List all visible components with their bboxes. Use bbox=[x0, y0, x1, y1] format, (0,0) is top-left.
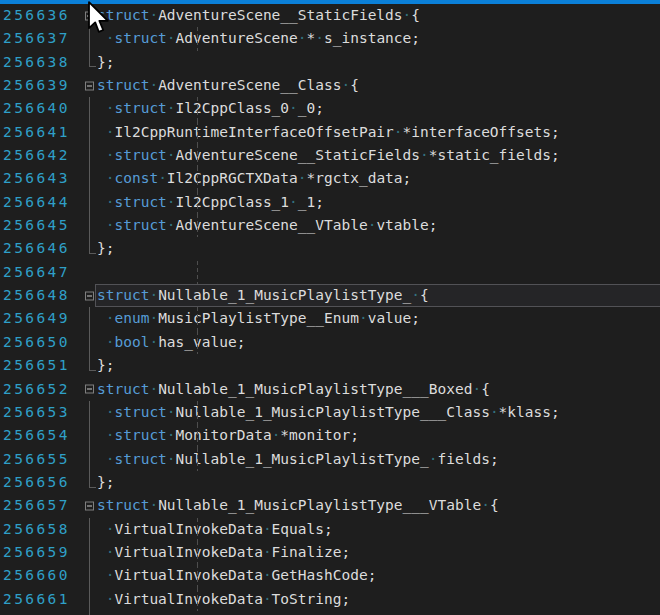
code-text[interactable]: }; bbox=[97, 51, 660, 74]
code-text[interactable]: ·VirtualInvokeData·GetHashCode; bbox=[97, 564, 660, 587]
fold-margin[interactable] bbox=[85, 518, 97, 541]
code-text[interactable]: ·struct·Nullable_1_MusicPlaylistType___C… bbox=[97, 401, 660, 424]
code-text[interactable]: ·struct·AdventureScene__StaticFields·*st… bbox=[97, 144, 660, 167]
code-line[interactable]: 256657struct·Nullable_1_MusicPlaylistTyp… bbox=[0, 494, 660, 517]
line-number[interactable]: 256643 bbox=[0, 167, 85, 190]
code-text[interactable]: }; bbox=[97, 237, 660, 260]
fold-margin[interactable] bbox=[85, 237, 97, 260]
fold-margin[interactable] bbox=[85, 471, 97, 494]
code-line[interactable]: 256651}; bbox=[0, 354, 660, 377]
code-text[interactable]: struct·Nullable_1_MusicPlaylistType___Bo… bbox=[97, 378, 660, 401]
line-number[interactable]: 256653 bbox=[0, 401, 85, 424]
fold-margin[interactable] bbox=[85, 401, 97, 424]
code-text[interactable]: ·struct·Il2CppClass_1·_1; bbox=[97, 191, 660, 214]
code-line[interactable]: 256648struct·Nullable_1_MusicPlaylistTyp… bbox=[0, 284, 660, 307]
fold-margin[interactable] bbox=[85, 97, 97, 120]
code-text[interactable]: ·VirtualInvokeData·Equals; bbox=[97, 518, 660, 541]
line-number[interactable]: 256641 bbox=[0, 121, 85, 144]
code-line[interactable]: 256642 ·struct·AdventureScene__StaticFie… bbox=[0, 144, 660, 167]
code-line[interactable]: 256661 ·VirtualInvokeData·ToString; bbox=[0, 588, 660, 611]
code-text[interactable]: }; bbox=[97, 471, 660, 494]
code-text[interactable]: }; bbox=[97, 354, 660, 377]
code-text[interactable]: ·VirtualInvokeData·Finalize; bbox=[97, 541, 660, 564]
line-number[interactable]: 256654 bbox=[0, 424, 85, 447]
fold-margin[interactable] bbox=[85, 331, 97, 354]
code-line[interactable]: 256639struct·AdventureScene__Class·{ bbox=[0, 74, 660, 97]
code-text[interactable]: ·struct·MonitorData·*monitor; bbox=[97, 424, 660, 447]
fold-margin[interactable] bbox=[85, 191, 97, 214]
line-number[interactable]: 256648 bbox=[0, 284, 85, 307]
line-number[interactable]: 256659 bbox=[0, 541, 85, 564]
fold-collapse-icon[interactable] bbox=[85, 291, 94, 300]
code-text[interactable]: ·struct·Il2CppClass_0·_0; bbox=[97, 97, 660, 120]
code-text[interactable]: ·struct·AdventureScene·*·s_instance; bbox=[97, 27, 660, 50]
code-text[interactable]: ·struct·Nullable_1_MusicPlaylistType_·fi… bbox=[97, 448, 660, 471]
fold-margin[interactable] bbox=[85, 74, 97, 97]
code-text[interactable]: struct·Nullable_1_MusicPlaylistType___VT… bbox=[97, 494, 660, 517]
fold-margin[interactable] bbox=[85, 261, 97, 284]
code-line[interactable]: 256660 ·VirtualInvokeData·GetHashCode; bbox=[0, 564, 660, 587]
code-line[interactable]: 256643 ·const·Il2CppRGCTXData·*rgctx_dat… bbox=[0, 167, 660, 190]
code-line[interactable]: 256646}; bbox=[0, 237, 660, 260]
fold-margin[interactable] bbox=[85, 354, 97, 377]
line-number[interactable]: 256658 bbox=[0, 518, 85, 541]
fold-margin[interactable] bbox=[85, 307, 97, 330]
code-line[interactable]: 256650 ·bool·has_value; bbox=[0, 331, 660, 354]
code-line[interactable]: 256640 ·struct·Il2CppClass_0·_0; bbox=[0, 97, 660, 120]
code-text[interactable]: struct·Nullable_1_MusicPlaylistType_·{ bbox=[97, 284, 660, 307]
line-number[interactable]: 256638 bbox=[0, 51, 85, 74]
line-number[interactable]: 256639 bbox=[0, 74, 85, 97]
line-number[interactable]: 256660 bbox=[0, 564, 85, 587]
code-line[interactable]: 256658 ·VirtualInvokeData·Equals; bbox=[0, 518, 660, 541]
fold-margin[interactable] bbox=[85, 378, 97, 401]
line-number[interactable]: 256651 bbox=[0, 354, 85, 377]
fold-margin[interactable] bbox=[85, 564, 97, 587]
fold-margin[interactable] bbox=[85, 588, 97, 611]
code-text[interactable]: ·bool·has_value; bbox=[97, 331, 660, 354]
fold-collapse-icon[interactable] bbox=[85, 385, 94, 394]
line-number[interactable]: 256655 bbox=[0, 448, 85, 471]
fold-margin[interactable] bbox=[85, 214, 97, 237]
line-number[interactable]: 256642 bbox=[0, 144, 85, 167]
fold-collapse-icon[interactable] bbox=[85, 81, 94, 90]
fold-margin[interactable] bbox=[85, 424, 97, 447]
line-number[interactable]: 256645 bbox=[0, 214, 85, 237]
code-line[interactable]: 256647 bbox=[0, 261, 660, 284]
line-number[interactable]: 256637 bbox=[0, 27, 85, 50]
code-line[interactable]: 256652struct·Nullable_1_MusicPlaylistTyp… bbox=[0, 378, 660, 401]
code-line[interactable]: 256653 ·struct·Nullable_1_MusicPlaylistT… bbox=[0, 401, 660, 424]
code-line[interactable]: 256656}; bbox=[0, 471, 660, 494]
code-line[interactable]: 256655 ·struct·Nullable_1_MusicPlaylistT… bbox=[0, 448, 660, 471]
line-number[interactable]: 256656 bbox=[0, 471, 85, 494]
code-text[interactable]: ·const·Il2CppRGCTXData·*rgctx_data; bbox=[97, 167, 660, 190]
code-line[interactable]: 256638}; bbox=[0, 51, 660, 74]
line-number[interactable]: 256662 bbox=[0, 611, 85, 615]
fold-margin[interactable] bbox=[85, 448, 97, 471]
line-number[interactable]: 256647 bbox=[0, 261, 85, 284]
code-text[interactable]: struct·AdventureScene__StaticFields·{ bbox=[97, 4, 660, 27]
code-line[interactable]: 256641 ·Il2CppRuntimeInterfaceOffsetPair… bbox=[0, 121, 660, 144]
fold-margin[interactable] bbox=[85, 541, 97, 564]
line-number[interactable]: 256650 bbox=[0, 331, 85, 354]
code-text[interactable]: }; bbox=[97, 611, 660, 615]
code-line[interactable]: 256659 ·VirtualInvokeData·Finalize; bbox=[0, 541, 660, 564]
code-line[interactable]: 256645 ·struct·AdventureScene__VTable·vt… bbox=[0, 214, 660, 237]
line-number[interactable]: 256646 bbox=[0, 237, 85, 260]
line-number[interactable]: 256652 bbox=[0, 378, 85, 401]
code-line[interactable]: 256644 ·struct·Il2CppClass_1·_1; bbox=[0, 191, 660, 214]
fold-margin[interactable] bbox=[85, 167, 97, 190]
fold-margin[interactable] bbox=[85, 284, 97, 307]
code-line[interactable]: 256662}; bbox=[0, 611, 660, 615]
code-text[interactable]: ·struct·AdventureScene__VTable·vtable; bbox=[97, 214, 660, 237]
code-text[interactable] bbox=[97, 261, 660, 284]
fold-margin[interactable] bbox=[85, 121, 97, 144]
fold-collapse-icon[interactable] bbox=[85, 501, 94, 510]
fold-margin[interactable] bbox=[85, 611, 97, 615]
line-number[interactable]: 256640 bbox=[0, 97, 85, 120]
fold-margin[interactable] bbox=[85, 51, 97, 74]
code-text[interactable]: ·enum·MusicPlaylistType__Enum·value; bbox=[97, 307, 660, 330]
fold-margin[interactable] bbox=[85, 494, 97, 517]
code-text[interactable]: ·VirtualInvokeData·ToString; bbox=[97, 588, 660, 611]
fold-margin[interactable] bbox=[85, 144, 97, 167]
line-number[interactable]: 256661 bbox=[0, 588, 85, 611]
